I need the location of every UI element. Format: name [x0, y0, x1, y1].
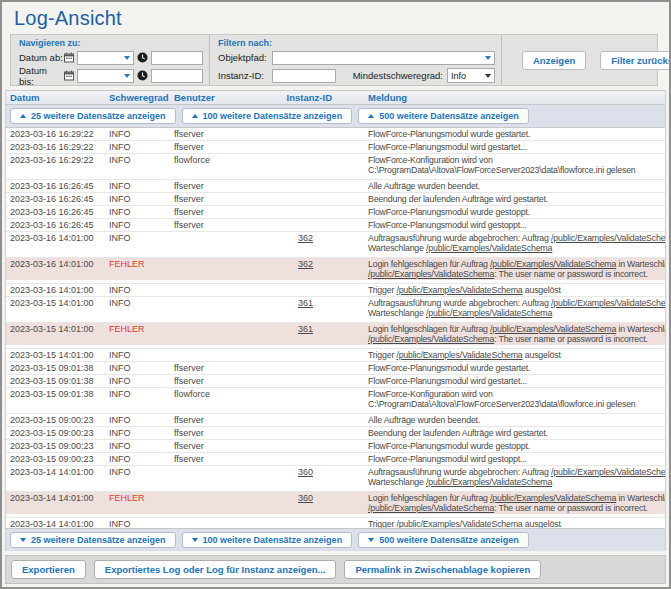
instance-link[interactable]: 362 [298, 259, 313, 269]
navigate-section: Navigieren zu: Datum ab: Datum bis: [11, 35, 209, 85]
load-500-more-button[interactable]: 500 weitere Datensätze anzeigen [358, 108, 529, 124]
object-path-link[interactable]: /public/Examples/ValidateSchema [490, 324, 616, 334]
log-severity: INFO [109, 298, 174, 308]
log-severity: INFO [109, 220, 174, 230]
log-user: ffserver [174, 363, 256, 373]
date-from-row: Datum ab: [19, 50, 203, 65]
object-path-link[interactable]: /public/Examples/ValidateSchema [551, 298, 665, 308]
log-message: Auftragsausführung wurde abgebrochen: Au… [340, 467, 665, 487]
min-severity-label: Mindestschweregrad: [353, 70, 443, 81]
log-row: 2023-03-15 14:01:00INFOTrigger /public/E… [6, 348, 665, 361]
instance-link[interactable]: 362 [298, 233, 313, 243]
chevron-up-icon [192, 114, 198, 118]
log-message: FlowForce-Planungsmodul wurde gestoppt. [340, 441, 665, 451]
object-path-link[interactable]: /public/Examples/ValidateSchema [490, 259, 616, 269]
calendar-icon[interactable] [64, 70, 74, 81]
show-button[interactable]: Anzeigen [522, 51, 586, 70]
log-date: 2023-03-15 09:00:23 [10, 415, 109, 425]
log-date: 2023-03-16 16:26:45 [10, 181, 109, 191]
log-row: 2023-03-16 16:26:45INFOffserverFlowForce… [6, 218, 665, 231]
log-user: ffserver [174, 194, 256, 204]
object-path-link[interactable]: /public/Examples/ValidateSchema [551, 233, 665, 243]
filter-actions-section: Anzeigen Filter zurücksetzen [501, 35, 671, 85]
log-instance: 361 [256, 298, 340, 308]
object-path-link[interactable]: /public/Examples/ValidateSchema [426, 308, 552, 318]
log-date: 2023-03-16 16:29:22 [10, 155, 109, 165]
log-severity: INFO [109, 415, 174, 425]
log-message: Alle Aufträge wurden beendet. [340, 181, 665, 191]
log-row: 2023-03-14 14:01:00INFO360Auftragsausfüh… [6, 465, 665, 488]
export-button[interactable]: Exportieren [11, 560, 86, 579]
objectpath-input[interactable] [272, 51, 495, 65]
log-row: 2023-03-16 16:29:22INFOffserverFlowForce… [6, 140, 665, 153]
date-from-label: Datum ab: [19, 52, 64, 63]
object-path-link[interactable]: /public/Examples/ValidateSchema [426, 477, 552, 487]
reset-filter-button[interactable]: Filter zurücksetzen [600, 51, 671, 70]
date-to-input[interactable] [151, 69, 203, 83]
show-exported-log-button[interactable]: Exportiertes Log oder Log für Instanz an… [94, 560, 337, 579]
log-message: Trigger /public/Examples/ValidateSchema … [340, 350, 665, 360]
log-date: 2023-03-15 09:01:38 [10, 363, 109, 373]
log-severity: FEHLER [109, 259, 174, 269]
load-500-more-button[interactable]: 500 weitere Datensätze anzeigen [358, 532, 529, 548]
date-from-input[interactable] [151, 51, 203, 65]
object-path-link[interactable]: /public/Examples/ValidateSchema [396, 519, 522, 528]
date-to-select[interactable] [77, 69, 134, 83]
log-rows: 2023-03-16 16:29:22INFOffserverFlowForce… [6, 128, 665, 528]
copy-permalink-button[interactable]: Permalink in Zwischenablage kopieren [344, 560, 541, 579]
log-date: 2023-03-15 09:01:38 [10, 376, 109, 386]
object-path-link[interactable]: /public/Examples/ValidateSchema [368, 334, 494, 344]
objectpath-row: Objektpfad: [218, 50, 495, 65]
object-path-link[interactable]: /public/Examples/ValidateSchema [396, 350, 522, 360]
calendar-icon[interactable] [64, 52, 74, 63]
log-message: Beendung der laufenden Aufträge wird ges… [340, 194, 665, 204]
log-view-page: Log-Ansicht Navigieren zu: Datum ab: Dat… [0, 0, 671, 589]
navigate-section-label: Navigieren zu: [19, 38, 203, 48]
log-message: Auftragsausführung wurde abgebrochen: Au… [340, 298, 665, 318]
log-severity: INFO [109, 181, 174, 191]
load-25-more-button[interactable]: 25 weitere Datensätze anzeigen [10, 108, 176, 124]
load-25-more-button[interactable]: 25 weitere Datensätze anzeigen [10, 532, 176, 548]
log-severity: INFO [109, 376, 174, 386]
min-severity-select[interactable]: Info [447, 68, 495, 83]
log-severity: INFO [109, 207, 174, 217]
log-user: ffserver [174, 441, 256, 451]
log-user: ffserver [174, 415, 256, 425]
log-row: 2023-03-15 09:01:38INFOflowforceFlowForc… [6, 387, 665, 410]
object-path-link[interactable]: /public/Examples/ValidateSchema [426, 243, 552, 253]
load-100-more-button[interactable]: 100 weitere Datensätze anzeigen [182, 532, 353, 548]
clock-icon[interactable] [137, 52, 148, 63]
log-date: 2023-03-14 14:01:00 [10, 519, 109, 528]
log-severity: FEHLER [109, 324, 174, 334]
log-instance: 362 [256, 233, 340, 243]
instance-id-label: Instanz-ID: [218, 70, 272, 81]
instance-link[interactable]: 360 [298, 467, 313, 477]
log-instance: 360 [256, 493, 340, 503]
object-path-link[interactable]: /public/Examples/ValidateSchema [490, 493, 616, 503]
log-message: Login fehlgeschlagen für Auftrag /public… [340, 493, 665, 513]
object-path-link[interactable]: /public/Examples/ValidateSchema [368, 269, 494, 279]
log-user: flowforce [174, 389, 256, 399]
date-from-select[interactable] [77, 51, 134, 65]
chevron-down-icon [368, 538, 374, 542]
log-severity: INFO [109, 519, 174, 528]
clock-icon[interactable] [137, 70, 148, 81]
log-row: 2023-03-15 09:00:23INFOffserverFlowForce… [6, 452, 665, 465]
log-severity: INFO [109, 428, 174, 438]
log-date: 2023-03-16 16:29:22 [10, 142, 109, 152]
log-message: FlowForce-Planungsmodul wurde gestoppt. [340, 207, 665, 217]
instance-link[interactable]: 361 [298, 298, 313, 308]
instance-link[interactable]: 361 [298, 324, 313, 334]
log-severity: INFO [109, 285, 174, 295]
object-path-link[interactable]: /public/Examples/ValidateSchema [551, 467, 665, 477]
log-user: ffserver [174, 207, 256, 217]
log-date: 2023-03-15 09:00:23 [10, 428, 109, 438]
load-100-more-button[interactable]: 100 weitere Datensätze anzeigen [182, 108, 353, 124]
log-table: Datum Schweregrad Benutzer Instanz-ID Me… [5, 90, 666, 551]
log-row: 2023-03-15 14:01:00FEHLER361Login fehlge… [6, 322, 665, 345]
instance-link[interactable]: 360 [298, 493, 313, 503]
instance-id-input[interactable] [272, 69, 336, 83]
filter-criteria-section: Filtern nach: Objektpfad: Instanz-ID: Mi… [209, 35, 501, 85]
object-path-link[interactable]: /public/Examples/ValidateSchema [396, 285, 522, 295]
object-path-link[interactable]: /public/Examples/ValidateSchema [368, 503, 494, 513]
